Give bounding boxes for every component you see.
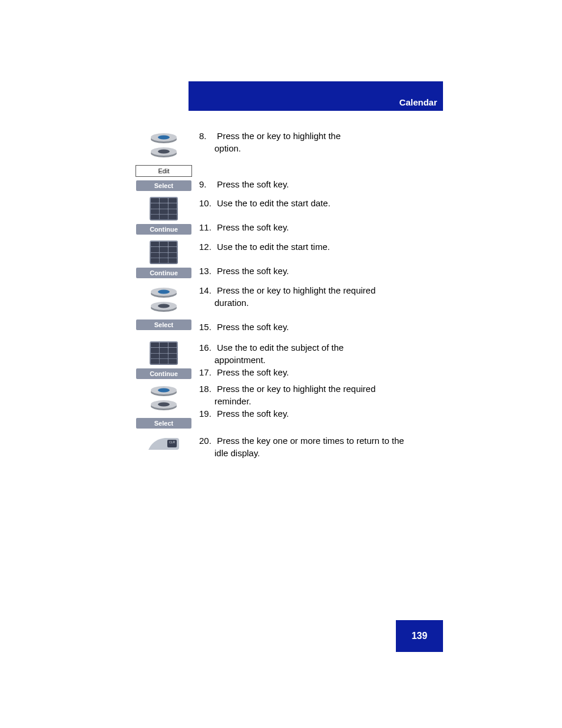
select-softkey: Select (136, 180, 191, 191)
text: soft key. (257, 179, 289, 189)
text: or (257, 131, 267, 141)
select-label: Select (154, 321, 173, 328)
step-number: 19. (199, 407, 214, 420)
nav-down-icon (149, 147, 178, 162)
header-bar: Calendar (189, 81, 443, 111)
svg-point-14 (158, 388, 170, 393)
continue-softkey: Continue (136, 224, 191, 235)
text: option. (214, 143, 241, 153)
step-number: 8. (199, 130, 214, 142)
text: soft key. (257, 367, 289, 377)
text: appointment. (214, 355, 266, 365)
select-label: Select (154, 182, 173, 189)
text: Press the (217, 285, 257, 295)
dialpad-icon (150, 341, 178, 365)
svg-point-11 (158, 304, 170, 308)
edit-field: Edit (135, 165, 192, 177)
step-8: 8. Press the or key to highlight the opt… (199, 130, 447, 154)
text: key to highlight the required (267, 285, 375, 295)
continue-label: Continue (150, 370, 178, 377)
text: Press the (217, 266, 257, 276)
step-number: 10. (199, 197, 214, 209)
step-number: 17. (199, 366, 214, 378)
text: key to highlight the required (267, 384, 375, 394)
nav-down-icon (149, 302, 178, 316)
text: soft key. (257, 266, 289, 276)
text: duration. (214, 298, 249, 308)
page-number: 139 (412, 631, 428, 641)
step-number: 12. (199, 241, 214, 253)
content-area: Edit Select 8. Press the or key to highl… (128, 130, 447, 463)
svg-text:CLR: CLR (169, 440, 175, 444)
step-13: 13. Press the soft key. (199, 265, 447, 277)
step-number: 20. (199, 434, 214, 447)
nav-up-icon (149, 130, 178, 144)
select-softkey: Select (136, 418, 191, 429)
svg-point-8 (158, 290, 170, 294)
step-20: 20. Press the key one or more times to r… (199, 434, 447, 459)
step-11: 11. Press the soft key. (199, 221, 447, 233)
text: Press the (217, 222, 257, 232)
step-number: 11. (199, 221, 214, 233)
clr-key-icon: CLR (147, 434, 180, 452)
step-number: 16. (199, 341, 214, 354)
step-12: 12. Use the to edit the start time. (199, 241, 447, 253)
edit-label: Edit (158, 167, 170, 174)
step-number: 9. (199, 178, 214, 190)
text: soft key. (257, 409, 289, 419)
text: Press the (217, 179, 257, 189)
text: to edit the subject of the (250, 342, 343, 353)
select-softkey: Select (136, 319, 191, 330)
step-10: 10. Use the to edit the start date. (199, 197, 447, 209)
step-number: 15. (199, 321, 214, 333)
text: key to highlight the (267, 131, 340, 141)
nav-up-icon (149, 383, 178, 397)
text: Press the (217, 131, 257, 141)
text: to edit the start time. (250, 242, 330, 252)
step-17: 17. Press the soft key. (199, 366, 447, 378)
continue-softkey: Continue (136, 268, 191, 278)
step-18: 18. Press the or key to highlight the re… (199, 383, 447, 407)
step-16: 16. Use the to edit the subject of the a… (199, 341, 447, 366)
continue-label: Continue (150, 226, 178, 233)
select-label: Select (154, 420, 173, 427)
text: reminder. (214, 396, 252, 406)
nav-down-icon (149, 400, 178, 414)
page-number-box: 139 (396, 620, 443, 652)
text: or (257, 285, 267, 295)
svg-point-2 (158, 136, 170, 140)
text: to edit the start date. (250, 198, 330, 208)
svg-point-5 (158, 150, 170, 154)
text: soft key. (257, 222, 289, 232)
continue-label: Continue (150, 269, 178, 276)
text: Use the (217, 198, 250, 208)
step-number: 13. (199, 265, 214, 277)
step-number: 14. (199, 284, 214, 297)
step-number: 18. (199, 383, 214, 395)
text: Press the (217, 322, 257, 332)
text: Use the (217, 342, 250, 353)
step-14: 14. Press the or key to highlight the re… (199, 284, 447, 309)
text: Use the (217, 242, 250, 252)
text: Press the (217, 367, 257, 377)
text: soft key. (257, 322, 289, 332)
text: key one or more times to return to the (257, 436, 404, 446)
step-9: 9. Press the soft key. (199, 178, 447, 190)
text: or (257, 384, 267, 394)
dialpad-icon (150, 197, 178, 220)
text: Press the (217, 409, 257, 419)
header-title: Calendar (399, 97, 437, 107)
text: idle display. (214, 448, 260, 458)
step-19: 19. Press the soft key. (199, 407, 447, 420)
continue-softkey: Continue (136, 368, 191, 379)
dialpad-icon (150, 241, 178, 264)
svg-point-17 (158, 403, 170, 407)
step-15: 15. Press the soft key. (199, 321, 447, 333)
text: Press the (217, 384, 257, 394)
nav-up-icon (149, 284, 178, 298)
text: Press the (217, 436, 257, 446)
